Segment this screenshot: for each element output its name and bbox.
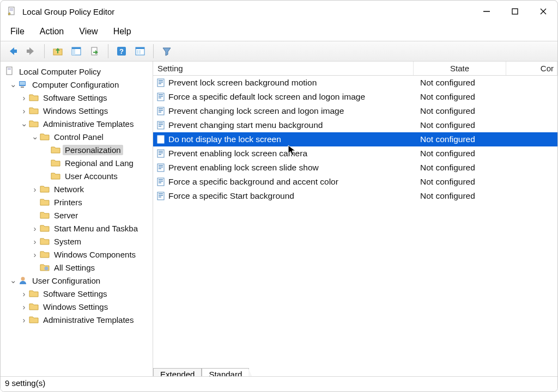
tree-personalization[interactable]: Personalization	[4, 143, 153, 156]
folder-icon	[40, 132, 50, 142]
forward-button[interactable]	[23, 44, 39, 59]
tree-computer-config[interactable]: ⌄ Computer Configuration	[4, 78, 153, 91]
list-row[interactable]: Prevent lock screen background motionNot…	[153, 76, 557, 90]
column-comment[interactable]: Cor	[506, 62, 557, 75]
svg-rect-10	[72, 47, 81, 49]
svg-rect-16	[136, 47, 144, 49]
chevron-down-icon[interactable]: ⌄	[31, 132, 39, 142]
minimize-button[interactable]	[472, 2, 501, 21]
chevron-right-icon[interactable]: ›	[31, 185, 39, 194]
svg-rect-54	[159, 168, 161, 169]
svg-rect-18	[139, 50, 141, 54]
chevron-right-icon[interactable]: ›	[31, 237, 39, 246]
tree-root[interactable]: Local Computer Policy	[4, 65, 153, 78]
chevron-down-icon[interactable]: ⌄	[9, 79, 17, 89]
folder-icon	[40, 236, 50, 246]
svg-rect-17	[137, 50, 138, 54]
properties-button[interactable]	[132, 44, 148, 59]
tree-pane: Local Computer Policy ⌄ Computer Configu…	[1, 62, 153, 391]
list-row[interactable]: Force a specific default lock screen and…	[153, 90, 557, 104]
folder-icon	[40, 223, 50, 233]
show-hide-tree-button[interactable]	[69, 44, 84, 59]
menu-view[interactable]: View	[77, 26, 100, 38]
list-row[interactable]: Do not display the lock screenNot config…	[153, 132, 557, 146]
chevron-down-icon[interactable]: ⌄	[20, 119, 28, 128]
maximize-button[interactable]	[501, 2, 529, 21]
tree-item[interactable]: › Windows Components	[4, 248, 153, 261]
setting-name: Do not display the lock screen	[167, 134, 414, 144]
menu-action[interactable]: Action	[38, 26, 66, 38]
help-button[interactable]: ?	[114, 44, 129, 59]
folder-icon	[51, 158, 60, 168]
list-row[interactable]: Prevent enabling lock screen cameraNot c…	[153, 146, 557, 161]
up-button[interactable]	[50, 44, 65, 59]
back-button[interactable]	[5, 44, 20, 59]
setting-name: Prevent lock screen background motion	[167, 78, 414, 88]
chevron-right-icon[interactable]: ›	[20, 106, 28, 115]
policy-tree[interactable]: Local Computer Policy ⌄ Computer Configu…	[1, 62, 153, 326]
setting-state: Not configured	[414, 92, 506, 102]
menu-help[interactable]: Help	[111, 26, 134, 38]
tree-label: Local Computer Policy	[17, 66, 103, 77]
chevron-right-icon[interactable]: ›	[20, 302, 28, 311]
chevron-right-icon[interactable]: ›	[20, 315, 28, 324]
export-button[interactable]	[87, 44, 102, 59]
tree-admin-templates[interactable]: ⌄ Administrative Templates	[4, 117, 153, 130]
tree-label: Windows Settings	[41, 302, 110, 312]
column-setting[interactable]: Setting	[153, 62, 414, 75]
svg-rect-52	[159, 165, 163, 166]
tree-item[interactable]: Printers	[4, 195, 153, 209]
tree-item[interactable]: › Windows Settings	[4, 104, 153, 117]
tree-item[interactable]: › Network	[4, 182, 153, 195]
tree-label: User Accounts	[63, 171, 120, 181]
chevron-right-icon[interactable]: ›	[20, 93, 28, 102]
chevron-down-icon[interactable]: ⌄	[9, 275, 17, 285]
svg-rect-20	[8, 68, 11, 69]
setting-state: Not configured	[414, 191, 506, 201]
setting-name: Force a specific Start background	[167, 191, 414, 201]
folder-icon	[51, 171, 60, 181]
column-state[interactable]: State	[414, 62, 506, 75]
tree-label: Printers	[52, 197, 84, 207]
list-row[interactable]: Force a specific Start backgroundNot con…	[153, 189, 557, 203]
tree-label: All Settings	[52, 262, 97, 273]
chevron-right-icon[interactable]: ›	[31, 250, 39, 259]
list-row[interactable]: Prevent changing start menu backgroundNo…	[153, 118, 557, 132]
setting-state: Not configured	[414, 78, 506, 88]
list-row[interactable]: Prevent enabling lock screen slide showN…	[153, 161, 557, 175]
filter-button[interactable]	[159, 44, 174, 59]
tree-item[interactable]: › Windows Settings	[4, 300, 153, 313]
tree-label: Computer Configuration	[30, 79, 121, 90]
tree-item[interactable]: Regional and Lang	[4, 156, 153, 169]
list-row[interactable]: Force a specific background and accent c…	[153, 175, 557, 189]
computer-icon	[18, 79, 28, 89]
svg-rect-32	[159, 94, 163, 95]
tree-item[interactable]: › System	[4, 235, 153, 248]
close-button[interactable]	[529, 2, 557, 21]
tree-item[interactable]: Server	[4, 209, 153, 222]
tree-user-config[interactable]: ⌄ User Configuration	[4, 274, 153, 287]
setting-icon	[155, 107, 167, 115]
list-row[interactable]: Prevent changing lock screen and logon i…	[153, 104, 557, 118]
toolbar-divider	[108, 44, 108, 58]
tree-item[interactable]: › Software Settings	[4, 287, 153, 300]
tree-label: Administrative Templates	[41, 315, 136, 325]
setting-name: Prevent enabling lock screen camera	[167, 149, 414, 158]
menu-file[interactable]: File	[8, 26, 27, 38]
tree-item[interactable]: › Start Menu and Taskba	[4, 222, 153, 235]
tree-item[interactable]: User Accounts	[4, 169, 153, 182]
tree-item[interactable]: All Settings	[4, 261, 153, 274]
tree-label: Regional and Lang	[63, 158, 136, 168]
tree-label: System	[52, 236, 83, 247]
tree-item[interactable]: › Administrative Templates	[4, 313, 153, 326]
tree-label: Start Menu and Taskba	[52, 223, 140, 234]
folder-icon	[29, 289, 39, 298]
svg-rect-21	[8, 69, 11, 70]
setting-state: Not configured	[414, 120, 506, 130]
chevron-right-icon[interactable]: ›	[31, 224, 39, 233]
chevron-right-icon[interactable]: ›	[20, 289, 28, 298]
tree-item[interactable]: › Software Settings	[4, 91, 153, 104]
setting-icon	[155, 192, 167, 200]
tree-control-panel[interactable]: ⌄ Control Panel	[4, 130, 153, 143]
svg-rect-24	[21, 87, 24, 88]
